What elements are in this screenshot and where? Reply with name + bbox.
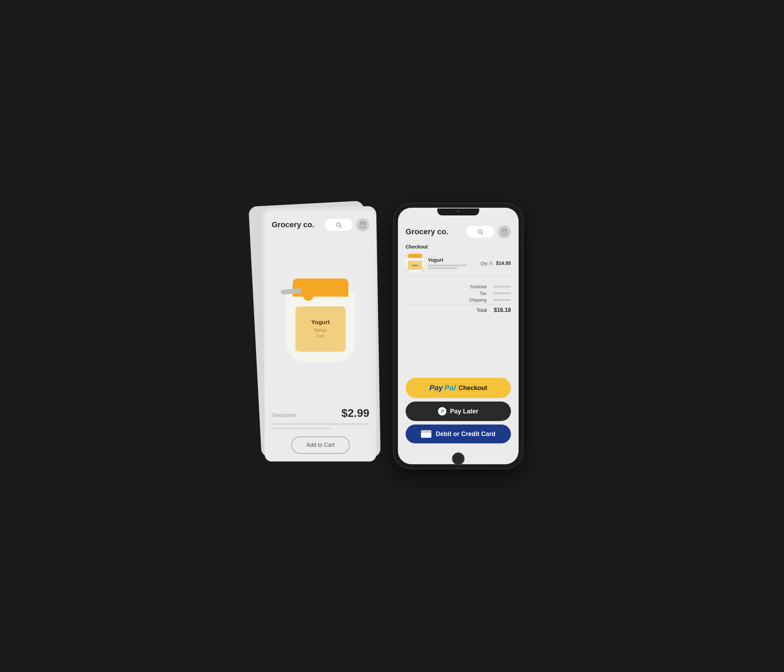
debit-text: Debit or Credit Card <box>436 430 495 438</box>
pay-later-text: Pay Later <box>450 408 478 415</box>
summary-tax-row: Tax <box>406 291 511 296</box>
yogurt-lid <box>292 278 348 296</box>
phone-home-button[interactable] <box>452 452 465 465</box>
desc-line-2 <box>272 428 330 430</box>
yogurt-label: Yogurt Mango 4 oz <box>296 306 345 352</box>
pay-later-button[interactable]: P Pay Later <box>406 402 511 421</box>
checkout-label: Checkout <box>406 244 511 250</box>
phone-notch <box>437 208 479 216</box>
checkout-item-name: Yogurt <box>428 257 477 263</box>
right-phone-frame: Grocery co. <box>394 203 523 469</box>
pay-later-logo: P <box>438 407 446 416</box>
left-search-icon <box>336 222 342 228</box>
summary-shipping-row: Shipping <box>406 297 511 303</box>
left-cart-svg <box>359 221 366 228</box>
debit-card-icon <box>421 430 431 438</box>
left-cart-icon[interactable] <box>356 218 369 231</box>
checkout-item-price: $14.95 <box>496 260 511 266</box>
right-header-right <box>466 225 511 238</box>
screen-inner: Grocery co. <box>398 225 519 443</box>
product-image-area: Yogurt Mango 4 oz <box>265 237 376 403</box>
checkout-item-line-1 <box>428 265 467 266</box>
subtotal-label: Subtotal <box>465 284 487 289</box>
debit-credit-button[interactable]: Debit or Credit Card <box>406 425 511 443</box>
left-phone-stack: Grocery co. <box>261 203 380 469</box>
yogurt-label-name: Yogurt <box>311 319 330 326</box>
total-amount: $16.18 <box>494 307 511 313</box>
yogurt-label-sub: Mango 4 oz <box>314 327 327 339</box>
svg-line-4 <box>481 233 483 234</box>
shipping-bar <box>493 299 511 301</box>
right-search-pill[interactable] <box>466 226 494 238</box>
product-desc-label: Description <box>272 412 296 418</box>
phone-screen: Grocery co. <box>398 208 519 464</box>
tax-bar <box>493 292 511 294</box>
subtotal-bar <box>493 286 511 287</box>
payment-buttons: PayPal Checkout P Pay Later Debit or Cre… <box>406 374 511 443</box>
svg-line-1 <box>340 226 341 227</box>
yogurt-illustration: Yogurt Mango 4 oz <box>286 278 355 362</box>
left-search-pill[interactable] <box>325 219 353 231</box>
checkout-item-thumb: Yogurt <box>406 254 425 273</box>
right-cart-svg <box>501 228 508 235</box>
add-to-cart-button[interactable]: Add to Cart <box>291 436 350 454</box>
right-app-title: Grocery co. <box>406 227 448 236</box>
product-info-row: Description $2.99 <box>272 407 369 422</box>
pay-later-p-circle: P <box>438 407 446 416</box>
shipping-label: Shipping <box>465 297 487 303</box>
checkout-item-details: Yogurt <box>428 257 477 269</box>
total-row: Total $16.18 <box>406 304 511 313</box>
product-price: $2.99 <box>341 407 369 420</box>
right-search-icon <box>477 229 483 235</box>
paypal-pal-text: Pal <box>444 383 456 393</box>
card-front: Grocery co. <box>265 211 376 461</box>
paypal-pay-text: Pay <box>429 383 443 393</box>
total-label: Total <box>476 307 487 313</box>
thumb-label: Yogurt <box>408 261 422 270</box>
checkout-item-row: Yogurt Yogurt Qty: 5 $14.95 <box>406 254 511 276</box>
checkout-item-line-2 <box>428 267 457 269</box>
desc-line-1 <box>272 423 369 425</box>
summary-subtotal-row: Subtotal <box>406 284 511 289</box>
paypal-checkout-text: Checkout <box>459 385 487 392</box>
right-app-header: Grocery co. <box>406 225 511 244</box>
checkout-item-qty: Qty: 5 <box>480 261 492 266</box>
left-app-header: Grocery co. <box>272 218 369 237</box>
left-header-right <box>325 218 369 231</box>
right-cart-icon[interactable] <box>498 225 511 238</box>
summary-section: Subtotal Tax Shipping Total $16.18 <box>406 282 511 313</box>
paypal-checkout-button[interactable]: PayPal Checkout <box>406 378 511 398</box>
tax-label: Tax <box>465 291 487 296</box>
scene: Grocery co. <box>247 183 537 489</box>
checkout-item-lines <box>428 265 477 269</box>
left-app-title: Grocery co. <box>272 220 314 229</box>
